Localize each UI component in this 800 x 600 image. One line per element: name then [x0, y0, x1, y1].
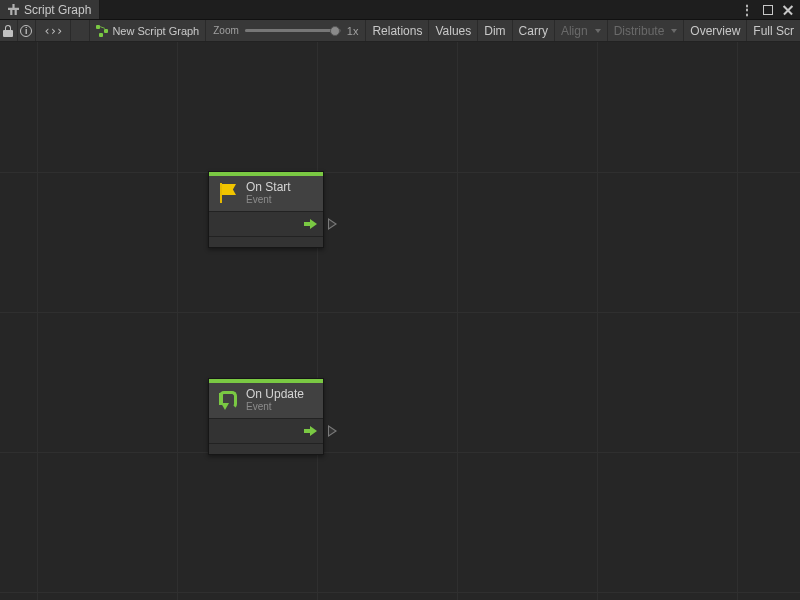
fullscreen-button[interactable]: Full Scr — [747, 20, 800, 41]
info-icon: i — [20, 25, 32, 37]
node-subtitle: Event — [246, 401, 304, 412]
graph-name-label: New Script Graph — [112, 25, 199, 37]
node-header[interactable]: On UpdateEvent — [209, 383, 323, 418]
maximize-icon[interactable] — [762, 4, 774, 16]
zoom-label: Zoom — [213, 25, 239, 36]
node-footer — [209, 237, 323, 247]
close-icon[interactable] — [782, 4, 794, 16]
tab-script-graph[interactable]: Script Graph — [0, 0, 100, 19]
zoom-control: Zoom 1x — [206, 20, 366, 41]
overview-label: Overview — [690, 24, 740, 38]
flow-out-arrow-icon — [304, 219, 318, 229]
output-port[interactable] — [328, 425, 337, 437]
output-port[interactable] — [328, 218, 337, 230]
align-dropdown[interactable]: Align — [555, 20, 608, 41]
flow-out-arrow-icon — [304, 426, 318, 436]
graph-icon — [96, 25, 108, 37]
values-label: Values — [435, 24, 471, 38]
relations-button[interactable]: Relations — [366, 20, 429, 41]
hierarchy-icon — [8, 4, 19, 15]
node-footer — [209, 444, 323, 454]
zoom-slider[interactable] — [245, 29, 341, 32]
node-title: On Start — [246, 181, 291, 194]
lock-icon — [3, 25, 13, 37]
dim-label: Dim — [484, 24, 505, 38]
node-on_start[interactable]: On StartEvent — [208, 171, 324, 248]
node-subtitle: Event — [246, 194, 291, 205]
distribute-dropdown[interactable]: Distribute — [608, 20, 685, 41]
node-title: On Update — [246, 388, 304, 401]
carry-button[interactable]: Carry — [513, 20, 555, 41]
tab-bar: Script Graph ⋮ — [0, 0, 800, 20]
node-body — [209, 211, 323, 237]
align-label: Align — [561, 24, 588, 38]
zoom-value: 1x — [347, 25, 359, 37]
carry-label: Carry — [519, 24, 548, 38]
window-menu-icon[interactable]: ⋮ — [741, 3, 754, 17]
node-header[interactable]: On StartEvent — [209, 176, 323, 211]
chevron-down-icon — [671, 29, 677, 33]
zoom-slider-thumb[interactable] — [330, 26, 340, 36]
node-on_update[interactable]: On UpdateEvent — [208, 378, 324, 455]
overview-button[interactable]: Overview — [684, 20, 747, 41]
fullscreen-label: Full Scr — [753, 24, 794, 38]
flag-icon — [219, 183, 237, 203]
code-nav-button[interactable]: ‹›› — [36, 20, 72, 41]
toolbar: i ‹›› New Script Graph Zoom 1x Relations… — [0, 20, 800, 42]
window-controls: ⋮ — [735, 0, 800, 19]
lock-button[interactable] — [0, 20, 18, 41]
graph-canvas[interactable]: On StartEventOn UpdateEvent — [0, 42, 800, 600]
tab-title: Script Graph — [24, 3, 91, 17]
info-button[interactable]: i — [18, 20, 36, 41]
loop-icon — [218, 390, 238, 410]
relations-label: Relations — [372, 24, 422, 38]
node-body — [209, 418, 323, 444]
values-button[interactable]: Values — [429, 20, 478, 41]
graph-name-button[interactable]: New Script Graph — [90, 20, 206, 41]
distribute-label: Distribute — [614, 24, 665, 38]
chevron-down-icon — [595, 29, 601, 33]
brackets-icon: ‹›› — [44, 24, 63, 38]
dim-button[interactable]: Dim — [478, 20, 512, 41]
